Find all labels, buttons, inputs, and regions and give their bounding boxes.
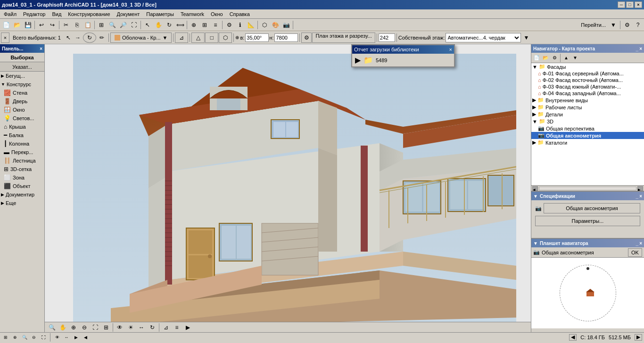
zoom-in2-button[interactable]: ⊕ <box>68 322 79 333</box>
floor-plan-icon[interactable]: ⊿ <box>175 33 188 43</box>
menu-help[interactable]: Справка <box>227 11 253 17</box>
zoom-fit-button[interactable]: ⛶ <box>129 20 139 30</box>
nav-item-interior[interactable]: ▶ 📁 Внутренние виды <box>531 97 644 104</box>
plansheet-minimize-button[interactable]: _ <box>636 241 639 246</box>
status-btn-3[interactable]: 🔍 <box>21 334 28 341</box>
shape-button[interactable]: △ <box>191 33 205 43</box>
nav-minimize-button[interactable]: _ <box>636 46 639 51</box>
panel-item-door[interactable]: 🚪 Дверь <box>0 97 44 106</box>
help-button[interactable]: ? <box>633 20 643 30</box>
layer-button[interactable]: ≡ <box>210 20 221 30</box>
plansheet-close-button[interactable]: × <box>639 241 642 246</box>
floor-plan-button[interactable]: План этажа и разрезу... <box>312 33 375 43</box>
menu-params[interactable]: Параметры <box>143 11 177 17</box>
status-arrow-left[interactable]: ◀ <box>569 334 577 341</box>
panel-item-light[interactable]: 💡 Светов... <box>0 114 44 122</box>
nav-item-catalogs[interactable]: ▶ 📁 Каталоги <box>531 139 644 146</box>
info-button[interactable]: ℹ <box>235 20 245 30</box>
camera2-button[interactable]: 📷 <box>281 20 291 30</box>
number-input[interactable] <box>379 33 395 42</box>
section-docs[interactable]: ▶ Документир <box>0 190 44 199</box>
panel-item-beam[interactable]: ━ Балка <box>0 131 44 139</box>
nav-down-button[interactable]: ▼ <box>571 54 579 62</box>
select-rotate-button[interactable]: ↻ <box>83 33 96 43</box>
select-all-button[interactable]: ⊞ <box>96 20 107 30</box>
panel-item-column[interactable]: ┃ Колонна <box>0 139 44 148</box>
select-mode-button[interactable]: ↖ <box>64 33 73 42</box>
menu-view[interactable]: Вид <box>49 11 64 17</box>
section-running[interactable]: ▶ Бегущ... <box>0 72 44 80</box>
panel-close-button[interactable]: × <box>40 46 42 51</box>
nav-item-facade-w[interactable]: ⌂ Ф-04 Фасад западный (Автома... <box>531 90 644 97</box>
status-btn-8[interactable]: ▶ <box>72 334 80 341</box>
arrow-right-button[interactable]: ▶ <box>182 322 193 333</box>
mirror-button[interactable]: ⟺ <box>175 20 185 30</box>
status-btn-6[interactable]: 👁 <box>53 334 61 341</box>
minimize-button[interactable]: ─ <box>618 1 625 8</box>
close-button[interactable]: × <box>635 1 642 8</box>
nav-item-facade-s[interactable]: ⌂ Ф-03 Фасад южный (Автомати-... <box>531 83 644 90</box>
eye-button[interactable]: 👁 <box>115 322 125 333</box>
move3d-button[interactable]: ↔ <box>136 322 147 333</box>
section-more[interactable]: ▶ Еще <box>0 199 44 207</box>
angle-input[interactable] <box>245 33 269 42</box>
undo-button[interactable]: ↩ <box>36 20 47 30</box>
nav-button[interactable]: ▼ <box>608 20 619 30</box>
fit-window-button[interactable]: ⛶ <box>90 322 100 333</box>
nav-new-button[interactable]: 📄 <box>532 54 541 62</box>
menu-construct[interactable]: Конструирование <box>65 11 113 17</box>
panel-tab-selection[interactable]: Выборка <box>0 53 44 62</box>
panel-item-zone[interactable]: ⬜ Зона <box>0 173 44 182</box>
filter-button[interactable]: ⊿ <box>161 322 171 333</box>
zoom-select-button[interactable]: 🔍 <box>47 322 57 333</box>
shell-button[interactable]: Оболочка - Кр... ▼ <box>110 33 172 43</box>
cut-button[interactable]: ✂ <box>61 20 71 30</box>
fit-all-button[interactable]: ⊞ <box>101 322 111 333</box>
menu-window[interactable]: Окно <box>208 11 226 17</box>
nav-item-facade-e[interactable]: ⌂ Ф-02 Фасад восточный (Автома... <box>531 77 644 83</box>
pen-tool-button[interactable]: ✏ <box>97 33 107 43</box>
nav-h-scrollbar[interactable]: ◂ ▸ <box>531 185 644 191</box>
spec-axonometry-button[interactable]: Общая аксонометрия <box>544 203 640 213</box>
sun-button[interactable]: ☀ <box>125 322 136 333</box>
3d-button[interactable]: ⬡ <box>259 20 270 30</box>
dialog-close-button[interactable]: × <box>449 47 452 52</box>
spec-close-button[interactable]: × <box>639 194 642 199</box>
status-arrow-right[interactable]: ▶ <box>635 334 642 341</box>
nav-close-button[interactable]: × <box>639 46 642 51</box>
floor-plan-settings[interactable]: ⚙ <box>301 33 312 43</box>
pan-button[interactable]: ✋ <box>58 322 68 333</box>
status-btn-9[interactable]: ◀ <box>82 334 89 341</box>
snap-button[interactable]: ⊕ <box>189 20 199 30</box>
status-btn-5[interactable]: ⛶ <box>40 334 47 341</box>
nav-item-facade-n[interactable]: ⌂ Ф-01 Фасад серверный (Автома... <box>531 70 644 77</box>
scroll-left-button[interactable]: ◂ <box>532 186 538 191</box>
open-button[interactable]: 📂 <box>12 20 22 30</box>
panel-item-wall[interactable]: 🧱 Стена <box>0 89 44 97</box>
menu-edit[interactable]: Редактор <box>20 11 48 17</box>
left-panel-toggle[interactable]: × <box>1 33 9 43</box>
section-construct[interactable]: ▼ Конструрс <box>0 80 44 89</box>
height-input[interactable] <box>274 33 298 42</box>
panel-item-mesh[interactable]: ⊞ 3D-сетка <box>0 165 44 173</box>
menu-teamwork[interactable]: Teamwork <box>178 11 207 17</box>
paste-button[interactable]: 📋 <box>83 20 93 30</box>
scroll-right-button[interactable]: ▸ <box>637 186 643 191</box>
status-btn-7[interactable]: ↔ <box>63 334 70 341</box>
status-btn-4[interactable]: ⊖ <box>30 334 38 341</box>
zoom-out2-button[interactable]: ⊖ <box>79 322 90 333</box>
extras-button[interactable]: ≡ <box>172 322 182 333</box>
zoom-out-button[interactable]: 🔎 <box>118 20 128 30</box>
redo-button[interactable]: ↪ <box>47 20 58 30</box>
spec-params-button[interactable]: Параметры... <box>535 216 640 226</box>
grid-button[interactable]: ⊞ <box>199 20 210 30</box>
zoom-in-button[interactable]: 🔍 <box>107 20 117 30</box>
status-btn-1[interactable]: ⊞ <box>2 334 9 341</box>
floor-select[interactable]: Автоматичес...4. чердак <box>446 33 521 42</box>
nav-item-axonometry[interactable]: 📷 Общая аксонометрия <box>531 132 644 139</box>
plansheet-ok-button[interactable]: OK <box>628 248 642 257</box>
spec-minimize-button[interactable]: _ <box>636 194 639 199</box>
rotate-button[interactable]: ↻ <box>164 20 174 30</box>
panel-tab-pointer[interactable]: Указат... <box>0 62 44 72</box>
status-btn-2[interactable]: ⊕ <box>11 334 19 341</box>
